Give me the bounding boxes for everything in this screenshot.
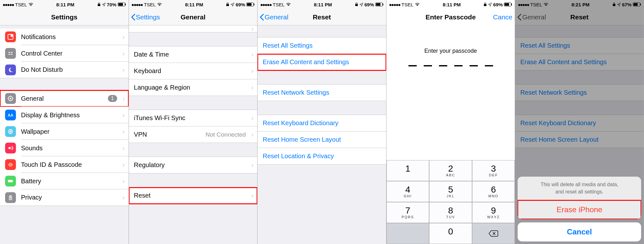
row-label: Control Center [21,50,62,57]
lock-icon [226,3,229,6]
back-button[interactable]: General [259,13,288,21]
passcode-field[interactable] [386,65,515,66]
settings-row-sounds[interactable]: Sounds› [0,140,129,156]
settings-row-touch-id-passcode[interactable]: Touch ID & Passcode› [0,156,129,173]
screen-general: ●●●●● TSEL 8:11 PM 69% Settings General … [129,0,258,244]
screen-reset: ●●●●● TSEL 8:11 PM 69% General Reset Res… [258,0,386,244]
screen-settings: ●●●●● TSEL 8:11 PM 70% Settings Notifica… [0,0,129,244]
back-label: Settings [136,13,160,21]
group-gap [129,96,258,110]
settings-row-display-brightness[interactable]: AADisplay & Brightness› [0,107,129,123]
screen-reset-confirm: ●●●●● TSEL 8:21 PM 67% General Reset Res… [515,0,644,244]
keypad-4[interactable]: 4GHI [386,181,429,202]
keypad-8[interactable]: 8TUV [429,202,472,223]
status-bar: ●●●●● TSEL 8:11 PM 70% [0,0,129,9]
row-date-time[interactable]: Date & Time› [129,46,258,63]
row-label: Display & Brightness [21,112,80,119]
row-label: Date & Time [134,51,169,58]
settings-row-general[interactable]: General›1 [0,90,129,107]
row-reset-home-screen-layout[interactable]: Reset Home Screen Layout [258,132,386,148]
row-label: iTunes Wi-Fi Sync [134,114,186,122]
keypad-7[interactable]: 7PQRS [386,202,429,223]
keypad-2[interactable]: 2ABC [429,160,472,181]
carrier-label: TSEL [401,2,414,7]
numeric-keypad: 1 2ABC3DEF4GHI5JKL6MNO7PQRS8TUV9WXYZ0 [386,160,515,244]
erase-iphone-button[interactable]: Erase iPhone [518,200,641,219]
settings-row-privacy[interactable]: Privacy› [0,189,129,206]
row-label: Reset Keyboard Dictionary [263,119,338,127]
svg-rect-27 [383,3,383,5]
notifications-icon [5,31,16,42]
key-letters: WXYZ [487,215,500,219]
chevron-right-icon: › [251,84,254,91]
sounds-icon [5,143,16,153]
sheet-message: This will delete all media and data, and… [518,177,641,200]
privacy-icon [5,192,16,203]
clock: 8:11 PM [185,2,203,7]
settings-row-battery[interactable]: Battery› [0,173,129,189]
chevron-right-icon: › [123,128,125,135]
chevron-right-icon: › [123,95,125,102]
action-sheet: This will delete all media and data, and… [518,177,641,241]
location-icon [488,3,492,6]
chevron-right-icon: › [251,67,254,75]
keypad-0[interactable]: 0 [429,223,472,244]
location-icon [359,3,363,6]
chevron-right-icon: › [251,161,254,169]
wallpaper-icon [5,126,16,137]
location-icon [230,3,234,6]
row-reset-location-privacy[interactable]: Reset Location & Privacy [258,148,386,165]
row-label: Touch ID & Passcode [21,161,82,168]
row-reset[interactable]: Reset› [129,187,258,204]
svg-point-4 [11,34,13,37]
row-vpn[interactable]: VPNNot Connected› [129,126,258,143]
svg-rect-1 [118,3,123,6]
key-letters: ABC [446,173,455,177]
row-reset-keyboard-dictionary[interactable]: Reset Keyboard Dictionary [258,115,386,132]
cancel-button[interactable]: Cancel [518,222,641,241]
keypad-3[interactable]: 3DEF [472,160,515,181]
keypad-5[interactable]: 5JKL [429,181,472,202]
settings-row-wallpaper[interactable]: Wallpaper› [0,123,129,140]
control-icon [5,48,16,59]
group-gap [129,143,258,157]
keypad-blank [386,223,429,244]
row-label: Reset Home Screen Layout [263,136,341,143]
battery-icon [504,3,512,6]
settings-row-control-center[interactable]: Control Center› [0,45,129,62]
carrier-label: TSEL [273,2,285,7]
cancel-button[interactable]: Cance [493,13,513,21]
row-itunes-wi-fi-sync[interactable]: iTunes Wi-Fi Sync› [129,110,258,126]
row-keyboard[interactable]: Keyboard› [129,63,258,79]
page-title: Enter Passcode [426,13,476,21]
settings-row-do-not-disturb[interactable]: Do Not Disturb› [0,62,129,78]
keypad-6[interactable]: 6MNO [472,181,515,202]
signal-dots-icon: ●●●●● [260,2,271,7]
keypad-backspace[interactable] [472,223,515,244]
row-reset-all-settings[interactable]: Reset All Settings [258,37,386,54]
group-gap [0,206,129,212]
lock-icon [355,3,358,6]
row-reset-network-settings[interactable]: Reset Network Settings [258,85,386,101]
row-language-region[interactable]: Language & Region› [129,79,258,96]
key-letters: TUV [446,215,455,219]
carrier-label: TSEL [144,2,156,7]
nav-bar: General Reset [258,9,386,25]
wifi-icon [157,3,162,6]
keypad-9[interactable]: 9WXYZ [472,202,515,223]
row-regulatory[interactable]: Regulatory› [129,157,258,173]
settings-row-notifications[interactable]: Notifications› [0,29,129,45]
keypad-1[interactable]: 1 [386,160,429,181]
svg-rect-20 [8,180,12,182]
row-erase-all-content-and-settings[interactable]: Erase All Content and Settings [258,54,386,71]
lock-icon [484,3,487,6]
battery-icon [375,3,384,6]
row-label: Keyboard [134,67,161,75]
screen-passcode: ●●●●● TSEL 8:11 PM 69% Enter Passcode Ca… [386,0,515,244]
chevron-right-icon: › [123,112,125,119]
row-cutoff[interactable]: › [129,25,258,32]
back-button[interactable]: Settings [131,13,160,21]
key-letters: JKL [447,194,455,198]
row-label: Battery [21,178,41,185]
svg-point-10 [10,98,11,99]
